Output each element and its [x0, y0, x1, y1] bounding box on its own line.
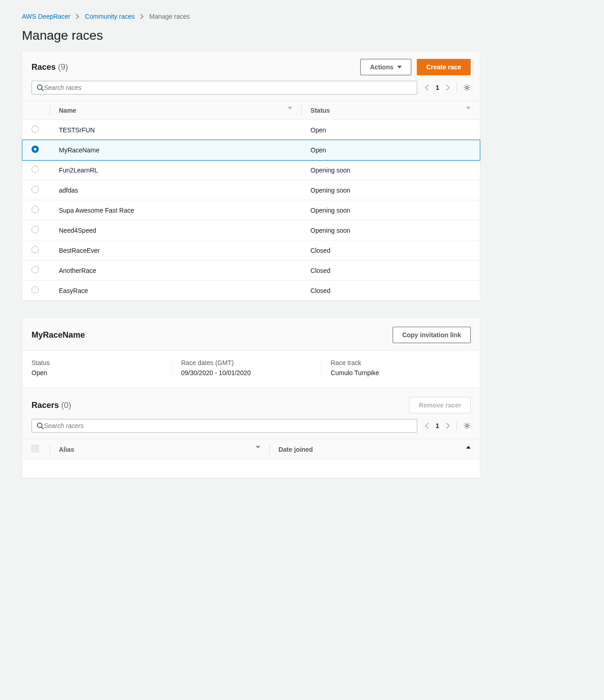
sort-icon: [256, 446, 260, 449]
column-name[interactable]: Name: [50, 101, 301, 120]
prev-page-button[interactable]: [425, 422, 429, 429]
breadcrumb-current: Manage races: [149, 13, 190, 20]
prev-page-button[interactable]: [425, 84, 429, 91]
page-number: 1: [436, 84, 439, 91]
dates-value: 09/30/2020 - 10/01/2020: [181, 369, 312, 376]
divider: [457, 83, 457, 93]
create-race-button[interactable]: Create race: [417, 59, 471, 75]
races-panel: Races (9) Actions Create race: [22, 51, 480, 301]
race-status: Opening soon: [301, 180, 480, 200]
table-row[interactable]: AnotherRaceClosed: [22, 261, 480, 281]
page-title: Manage races: [22, 28, 480, 43]
actions-button[interactable]: Actions: [360, 59, 411, 75]
racers-search[interactable]: [32, 419, 417, 433]
row-radio[interactable]: [32, 226, 39, 233]
race-name: BestRaceEver: [50, 240, 301, 261]
row-radio[interactable]: [32, 125, 39, 133]
chevron-right-icon: [76, 14, 79, 19]
page-number: 1: [436, 422, 439, 429]
races-count: (9): [58, 63, 68, 72]
race-status: Closed: [301, 240, 480, 261]
select-all-checkbox: [32, 445, 39, 452]
table-row[interactable]: BestRaceEverClosed: [22, 240, 480, 261]
svg-line-1: [42, 89, 43, 91]
sort-icon: [288, 107, 292, 110]
breadcrumb-section[interactable]: Community races: [85, 13, 135, 20]
table-row[interactable]: Need4SpeedOpening soon: [22, 220, 480, 240]
race-name: MyRaceName: [50, 140, 301, 160]
races-title: Races: [32, 63, 56, 72]
table-row[interactable]: MyRaceNameOpen: [22, 140, 480, 160]
races-search[interactable]: [32, 81, 417, 94]
race-status: Opening soon: [301, 220, 480, 240]
racers-table: Alias Date joined: [22, 439, 480, 478]
gear-icon[interactable]: [463, 84, 471, 91]
sort-icon: [466, 107, 471, 110]
table-row[interactable]: Supa Awesome Fast RaceOpening soon: [22, 200, 480, 220]
race-status: Open: [301, 140, 480, 160]
row-radio[interactable]: [32, 266, 39, 273]
search-icon: [37, 422, 44, 429]
table-row[interactable]: TESTSrFUNOpen: [22, 120, 480, 140]
next-page-button[interactable]: [446, 84, 450, 91]
race-status: Closed: [301, 261, 480, 281]
chevron-right-icon: [140, 14, 144, 19]
racers-count: (0): [61, 401, 71, 410]
races-table: Name Status TESTSrFUNOpenMyRaceNameOpenF…: [22, 101, 480, 300]
row-radio[interactable]: [32, 146, 39, 153]
svg-point-5: [466, 425, 468, 427]
breadcrumb-root[interactable]: AWS DeepRacer: [22, 13, 70, 20]
copy-invitation-button[interactable]: Copy invitation link: [393, 327, 471, 343]
table-row[interactable]: Fun2LearnRLOpening soon: [22, 160, 480, 180]
row-radio[interactable]: [32, 166, 39, 173]
track-value: Cumulo Turnpike: [331, 369, 462, 376]
breadcrumb: AWS DeepRacer Community races Manage rac…: [22, 9, 480, 28]
row-radio[interactable]: [32, 246, 39, 253]
table-row[interactable]: EasyRaceClosed: [22, 281, 480, 301]
row-radio[interactable]: [32, 286, 39, 293]
column-status[interactable]: Status: [301, 101, 480, 120]
gear-icon[interactable]: [463, 422, 471, 429]
race-status: Opening soon: [301, 160, 480, 180]
racers-title: Racers: [32, 401, 59, 410]
detail-title: MyRaceName: [32, 330, 85, 340]
column-alias[interactable]: Alias: [50, 439, 269, 460]
svg-point-3: [37, 423, 42, 428]
row-radio[interactable]: [32, 206, 39, 213]
track-label: Race track: [331, 359, 462, 366]
race-name: TESTSrFUN: [50, 120, 301, 140]
race-status: Opening soon: [301, 200, 480, 220]
racers-search-input[interactable]: [44, 422, 412, 429]
race-name: Fun2LearnRL: [50, 160, 301, 180]
column-date-joined[interactable]: Date joined: [269, 439, 480, 460]
race-name: EasyRace: [50, 281, 301, 301]
races-search-input[interactable]: [44, 84, 412, 91]
remove-racer-button: Remove racer: [409, 397, 471, 413]
svg-point-2: [466, 87, 468, 89]
next-page-button[interactable]: [446, 422, 450, 429]
race-status: Closed: [301, 281, 480, 301]
divider: [457, 421, 457, 431]
svg-line-4: [42, 427, 43, 429]
status-value: Open: [32, 369, 163, 376]
svg-point-0: [37, 85, 42, 89]
race-name: Need4Speed: [50, 220, 301, 240]
caret-down-icon: [397, 66, 402, 68]
search-icon: [37, 84, 44, 91]
race-detail-panel: MyRaceName Copy invitation link Status O…: [22, 317, 480, 478]
actions-label: Actions: [370, 62, 393, 72]
race-name: AnotherRace: [50, 261, 301, 281]
status-label: Status: [32, 359, 163, 366]
dates-label: Race dates (GMT): [181, 359, 312, 366]
race-status: Open: [301, 120, 480, 140]
race-name: adfdas: [50, 180, 301, 200]
race-name: Supa Awesome Fast Race: [50, 200, 301, 220]
table-row[interactable]: adfdasOpening soon: [22, 180, 480, 200]
sort-icon: [466, 446, 471, 449]
row-radio[interactable]: [32, 186, 39, 193]
